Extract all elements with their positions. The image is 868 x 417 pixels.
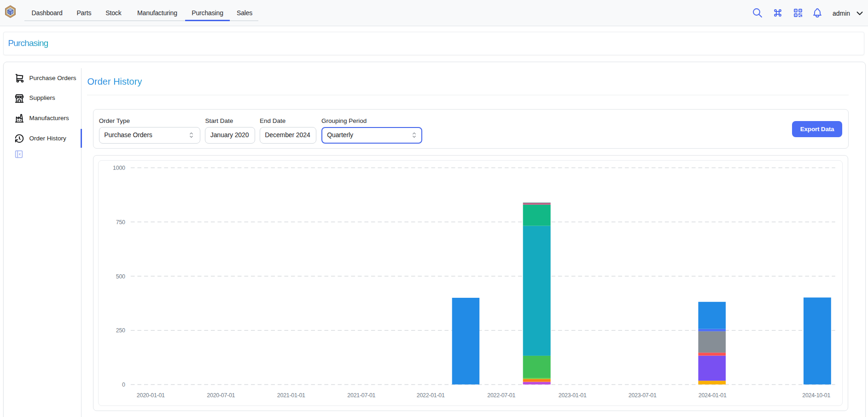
svg-text:2023-01-01: 2023-01-01 bbox=[559, 392, 587, 398]
svg-text:2023-07-01: 2023-07-01 bbox=[629, 392, 657, 398]
svg-text:2022-01-01: 2022-01-01 bbox=[417, 392, 445, 398]
svg-text:2024-01-01: 2024-01-01 bbox=[699, 392, 727, 398]
svg-text:2022-07-01: 2022-07-01 bbox=[488, 392, 516, 398]
svg-text:1000: 1000 bbox=[113, 165, 125, 171]
svg-text:500: 500 bbox=[116, 273, 125, 279]
svg-text:2024-10-01: 2024-10-01 bbox=[803, 392, 831, 398]
svg-text:250: 250 bbox=[116, 327, 125, 334]
svg-text:2021-01-01: 2021-01-01 bbox=[277, 392, 305, 398]
svg-text:2020-01-01: 2020-01-01 bbox=[137, 392, 165, 398]
svg-text:750: 750 bbox=[116, 219, 125, 225]
svg-text:2020-07-01: 2020-07-01 bbox=[207, 392, 235, 398]
svg-text:0: 0 bbox=[122, 382, 125, 388]
svg-text:2021-07-01: 2021-07-01 bbox=[348, 392, 376, 398]
